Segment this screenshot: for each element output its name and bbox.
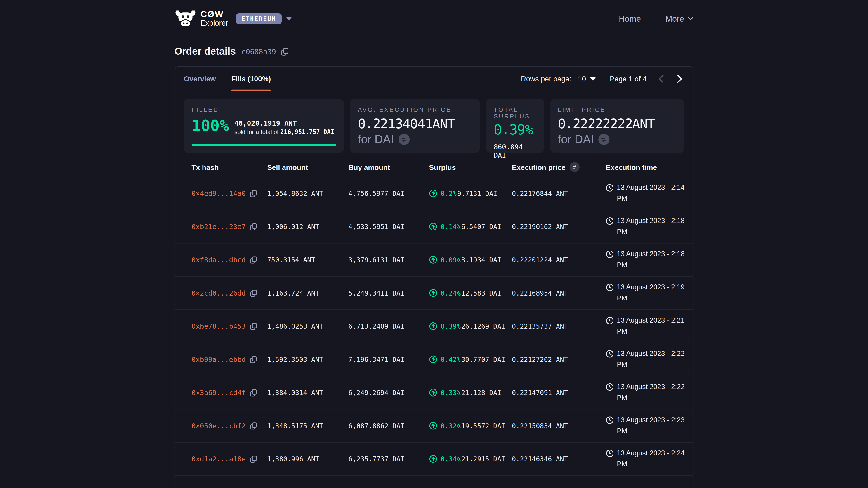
col-execution-time: Execution time	[606, 163, 693, 171]
swap-icon[interactable]	[598, 134, 610, 145]
execution-price-cell: 0.22201224 ANT	[512, 256, 606, 264]
next-page-button[interactable]	[675, 74, 684, 84]
tx-hash-link[interactable]: 0xb21e...23e7	[191, 222, 246, 231]
table-row: 0xf8da...dbcd 750.3154 ANT 3,379.6131 DA…	[175, 243, 693, 277]
nav-home[interactable]: Home	[619, 14, 641, 23]
sell-amount-cell: 1,348.5175 ANT	[267, 422, 348, 429]
surplus-amount: 6.5407 DAI	[461, 223, 501, 230]
surplus-amount: 12.583 DAI	[461, 289, 501, 297]
surplus-percent: 0.42%	[441, 355, 461, 363]
surplus-up-icon	[429, 355, 437, 363]
total-surplus-amount: 860.894 DAI	[494, 143, 536, 159]
prev-page-button[interactable]	[656, 74, 666, 84]
surplus-percent: 0.33%	[441, 389, 461, 396]
page-title: Order details	[174, 46, 236, 57]
copy-icon[interactable]	[250, 190, 257, 197]
filled-progress-bar	[191, 144, 336, 146]
clock-icon	[606, 283, 614, 292]
logo-text: CØW Explorer	[200, 10, 228, 27]
execution-price-cell: 0.22127202 ANT	[512, 355, 606, 363]
sell-amount-cell: 1,380.996 ANT	[267, 455, 348, 463]
copy-icon[interactable]	[250, 223, 257, 230]
surplus-up-icon	[429, 289, 437, 297]
clock-icon	[606, 217, 614, 225]
caret-down-icon	[286, 17, 291, 20]
sell-amount-cell: 1,054.8632 ANT	[267, 190, 348, 197]
tx-hash-link[interactable]: 0xf8da...dbcd	[191, 256, 246, 264]
col-buy-amount: Buy amount	[348, 163, 429, 171]
page-indicator: Page 1 of 4	[610, 75, 647, 83]
swap-icon[interactable]	[569, 162, 579, 172]
copy-icon[interactable]	[250, 355, 257, 363]
logo[interactable]: CØW Explorer	[174, 10, 228, 27]
clock-icon	[606, 383, 614, 391]
surplus-cell: 0.33% 21.128 DAI	[429, 388, 512, 397]
copy-icon[interactable]	[250, 289, 257, 297]
rows-per-page-value: 10	[578, 75, 586, 83]
tab-overview[interactable]: Overview	[184, 67, 216, 91]
total-surplus-label: TOTAL SURPLUS	[494, 106, 536, 120]
surplus-amount: 21.128 DAI	[461, 389, 501, 396]
avg-price-value: 0.22134041ANT	[358, 116, 472, 132]
surplus-percent: 0.32%	[441, 422, 461, 429]
copy-icon[interactable]	[250, 422, 257, 429]
tab-fills-label: Fills (100%)	[231, 75, 271, 83]
execution-time-cell: 13 August 2023 - 2:24 PM	[606, 448, 693, 470]
execution-time-cell: 13 August 2023 - 2:22 PM	[606, 349, 693, 370]
copy-icon[interactable]	[250, 322, 257, 330]
tx-hash-link[interactable]: 0×050e...cbf2	[191, 422, 246, 430]
filled-label: FILLED	[191, 106, 336, 113]
col-tx-hash: Tx hash	[191, 163, 267, 171]
fills-table: Tx hash Sell amount Buy amount Surplus E…	[175, 157, 693, 476]
nav-more-label: More	[665, 14, 684, 23]
tx-hash-link[interactable]: 0xb99a...ebbd	[191, 355, 246, 363]
summary-cards: FILLED 100% 48,020.1919 ANT sold for a t…	[175, 91, 693, 156]
surplus-cell: 0.14% 6.5407 DAI	[429, 222, 512, 231]
avg-price-label: AVG. EXECUTION PRICE	[358, 106, 472, 113]
tx-hash-link[interactable]: 0×3a69...cd4f	[191, 388, 246, 397]
swap-icon[interactable]	[398, 134, 409, 145]
tx-hash-link[interactable]: 0xbe78...b453	[191, 322, 246, 330]
copy-icon[interactable]	[250, 389, 257, 396]
surplus-up-icon	[429, 222, 437, 231]
surplus-percent: 0.39%	[441, 322, 461, 330]
pagination: Rows per page: 10 Page 1 of 4	[521, 74, 684, 84]
surplus-percent: 0.2%	[441, 190, 457, 197]
table-body: 0×4ed9...14a0 1,054.8632 ANT 4,756.5977 …	[175, 177, 693, 476]
surplus-cell: 0.42% 30.7707 DAI	[429, 355, 512, 363]
table-row: 0xd1a2...a18e 1,380.996 ANT 6,235.7737 D…	[175, 443, 693, 476]
copy-icon[interactable]	[250, 256, 257, 264]
surplus-cell: 0.09% 3.1934 DAI	[429, 256, 512, 264]
surplus-up-icon	[429, 455, 437, 463]
clock-icon	[606, 350, 614, 358]
sold-prefix: sold for a total of	[235, 128, 280, 135]
surplus-up-icon	[429, 256, 437, 264]
execution-price-cell: 0.22190162 ANT	[512, 223, 606, 230]
buy-amount-cell: 4,756.5977 DAI	[348, 190, 429, 197]
table-row: 0×4ed9...14a0 1,054.8632 ANT 4,756.5977 …	[175, 177, 693, 210]
copy-icon[interactable]	[281, 48, 289, 56]
chevron-right-icon	[676, 75, 683, 83]
tx-hash-link[interactable]: 0×4ed9...14a0	[191, 189, 246, 198]
brand-sub: Explorer	[200, 19, 228, 27]
main-nav: Home More	[619, 14, 693, 23]
execution-time-text: 13 August 2023 - 2:19 PM	[617, 282, 688, 304]
clock-icon	[606, 184, 614, 192]
rows-per-page-select[interactable]: 10	[578, 75, 595, 83]
execution-time-text: 13 August 2023 - 2:22 PM	[617, 382, 688, 403]
execution-time-cell: 13 August 2023 - 2:21 PM	[606, 315, 693, 337]
buy-amount-cell: 6,235.7737 DAI	[348, 455, 429, 463]
tx-hash-link[interactable]: 0xd1a2...a18e	[191, 455, 246, 463]
tab-fills[interactable]: Fills (100%)	[231, 67, 271, 91]
table-row: 0xb99a...ebbd 1,592.3503 ANT 7,196.3471 …	[175, 343, 693, 376]
execution-time-text: 13 August 2023 - 2:24 PM	[617, 448, 688, 470]
surplus-percent: 0.24%	[441, 289, 461, 297]
network-selector[interactable]: ETHEREUM	[236, 13, 291, 24]
surplus-cell: 0.39% 26.1269 DAI	[429, 322, 512, 330]
sell-amount-cell: 1,006.012 ANT	[267, 223, 348, 230]
copy-icon[interactable]	[250, 455, 257, 463]
nav-more[interactable]: More	[665, 14, 693, 23]
tx-hash-link[interactable]: 0×2cd0...26dd	[191, 289, 246, 297]
chevron-left-icon	[657, 75, 665, 83]
network-badge[interactable]: ETHEREUM	[236, 13, 282, 24]
